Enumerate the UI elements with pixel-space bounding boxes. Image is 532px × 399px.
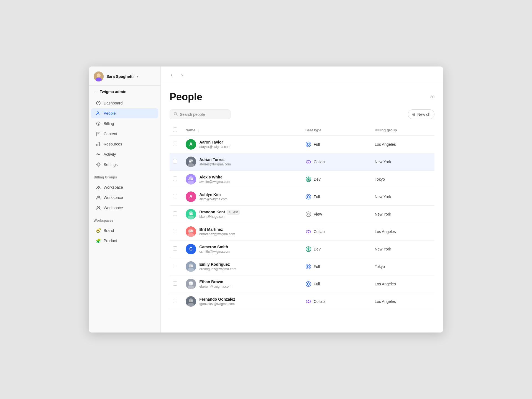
billing-group-label: Billing group (375, 128, 397, 132)
row-checkbox-td[interactable] (170, 206, 182, 223)
row-checkbox-td[interactable] (170, 171, 182, 188)
billing-group-td: Los Angeles (371, 136, 434, 153)
search-box[interactable] (170, 109, 231, 119)
sidebar-item-bg3[interactable]: Workspace (91, 203, 158, 213)
svg-text:AT: AT (189, 160, 193, 163)
name-col-header[interactable]: Name ↓ (182, 125, 302, 136)
table-row[interactable]: C Cameron Smith csmith@twigma.com Dev Ne… (170, 241, 434, 258)
sidebar-item-activity[interactable]: Activity (91, 149, 158, 159)
new-chip-button[interactable]: ⊕ New ch (408, 109, 434, 119)
sidebar-item-product[interactable]: 🧩 Product (91, 236, 158, 246)
row-checkbox-td[interactable] (170, 275, 182, 293)
row-checkbox-td[interactable] (170, 136, 182, 153)
bg2-label: Workspace (104, 195, 123, 200)
seat-type-label: Dev (314, 177, 321, 181)
row-checkbox-td[interactable] (170, 223, 182, 241)
svg-text:A: A (189, 142, 193, 147)
row-checkbox-td[interactable] (170, 188, 182, 206)
table-row[interactable]: AW Alexis White awhite@twigma.com Dev To… (170, 171, 434, 188)
table-row[interactable]: A Aaron Taylor ataylor@twigma.com Full L… (170, 136, 434, 153)
person-info: Alexis White awhite@twigma.com (200, 175, 230, 184)
main-content: ‹ › People 30 ⊕ (161, 66, 443, 332)
guest-badge: Guest (227, 210, 240, 215)
row-checkbox-td[interactable] (170, 293, 182, 310)
sidebar-header: Sara Spaghetti ▾ (89, 66, 160, 86)
seat-type-label: Dev (314, 247, 321, 251)
seat-type-label: Seat type (305, 128, 321, 132)
billing-group-col-header[interactable]: Billing group (371, 125, 434, 136)
sidebar-resources-label: Resources (104, 142, 122, 146)
table-row[interactable]: A Ashlyn Kim akim@twigma.com Full New Yo… (170, 188, 434, 206)
billing-group-td: New York (371, 241, 434, 258)
billing-group-td: Los Angeles (371, 293, 434, 310)
svg-text:$: $ (98, 122, 99, 125)
search-input[interactable] (180, 112, 226, 117)
person-name-td: AT Adrian Torres atorres@twigma.com (182, 153, 302, 171)
seat-type-col-header[interactable]: Seat type (302, 125, 371, 136)
sidebar-item-billing[interactable]: $ Billing (91, 119, 158, 129)
person-avatar: A (186, 139, 196, 150)
svg-point-17 (97, 196, 98, 198)
table-row[interactable]: AT Adrian Torres atorres@twigma.com Coll… (170, 153, 434, 171)
billing-group-td: New York (371, 188, 434, 206)
table-row[interactable]: FG Fernando Gonzalez fgonzalez@twigma.co… (170, 293, 434, 310)
sidebar-item-people[interactable]: People (91, 108, 158, 118)
svg-rect-13 (100, 143, 100, 146)
forward-nav-button[interactable]: › (178, 71, 186, 79)
bg3-label: Workspace (104, 206, 123, 210)
person-info: Brandon KentGuest bkent@huge.com (200, 210, 240, 219)
row-checkbox[interactable] (173, 177, 177, 181)
svg-text:ER: ER (188, 264, 193, 268)
svg-point-69 (306, 264, 311, 269)
row-checkbox[interactable] (173, 229, 177, 233)
person-name: Brit Martinez (200, 227, 235, 232)
billing-icon: $ (96, 121, 101, 126)
person-email: bmartinez@twigma.com (200, 232, 235, 236)
svg-rect-12 (98, 142, 99, 146)
sidebar-item-bg1[interactable]: Workspace (91, 182, 158, 192)
seat-type-td: Collab (302, 223, 371, 241)
row-checkbox-td[interactable] (170, 258, 182, 275)
svg-text:A: A (189, 194, 193, 199)
sidebar-item-dashboard[interactable]: Dashboard (91, 98, 158, 108)
row-checkbox[interactable] (173, 211, 177, 216)
table-row[interactable]: EB Ethan Brown ebrown@twigma.com Full Lo… (170, 275, 434, 293)
sidebar-item-content[interactable]: Content (91, 129, 158, 139)
row-checkbox[interactable] (173, 246, 177, 251)
seat-cell: Full (305, 141, 368, 147)
person-name: Ashlyn Kim (200, 192, 228, 197)
person-email: fgonzalez@twigma.com (200, 302, 235, 306)
table-row[interactable]: BK Brandon KentGuest bkent@huge.com View… (170, 206, 434, 223)
row-checkbox-td[interactable] (170, 241, 182, 258)
svg-point-32 (308, 160, 311, 163)
sidebar-item-bg2[interactable]: Workspace (91, 193, 158, 203)
svg-text:EB: EB (188, 282, 193, 286)
row-checkbox[interactable] (173, 264, 177, 268)
row-checkbox[interactable] (173, 194, 177, 198)
svg-text:BK: BK (188, 212, 193, 216)
row-checkbox[interactable] (173, 299, 177, 303)
sidebar-item-settings[interactable]: Settings (91, 160, 158, 170)
person-avatar: BK (186, 209, 196, 219)
back-nav-button[interactable]: ‹ (167, 71, 176, 79)
billing-group-td: Los Angeles (371, 275, 434, 293)
brand-workspace-icon: 🥑 (96, 228, 101, 233)
people-icon (96, 111, 101, 116)
sidebar-item-brand[interactable]: 🥑 Brand (91, 226, 158, 236)
group-icon-3 (96, 205, 101, 210)
row-checkbox[interactable] (173, 159, 177, 163)
table-row[interactable]: BM Brit Martinez bmartinez@twigma.com Co… (170, 223, 434, 241)
row-checkbox[interactable] (173, 142, 177, 146)
product-workspace-icon: 🧩 (96, 238, 101, 243)
table-row[interactable]: ER Emily Rodriguez erodriguez@twigma.com… (170, 258, 434, 275)
svg-point-19 (97, 207, 98, 208)
svg-point-25 (306, 142, 311, 147)
sidebar-item-resources[interactable]: Resources (91, 139, 158, 149)
person-name-td: FG Fernando Gonzalez fgonzalez@twigma.co… (182, 293, 302, 310)
row-checkbox[interactable] (173, 281, 177, 286)
row-checkbox-td[interactable] (170, 153, 182, 171)
person-info: Emily Rodriguez erodriguez@twigma.com (200, 262, 236, 271)
search-icon (174, 112, 178, 117)
select-all-checkbox[interactable] (173, 127, 177, 132)
back-button[interactable]: ← Twigma admin (89, 86, 160, 96)
